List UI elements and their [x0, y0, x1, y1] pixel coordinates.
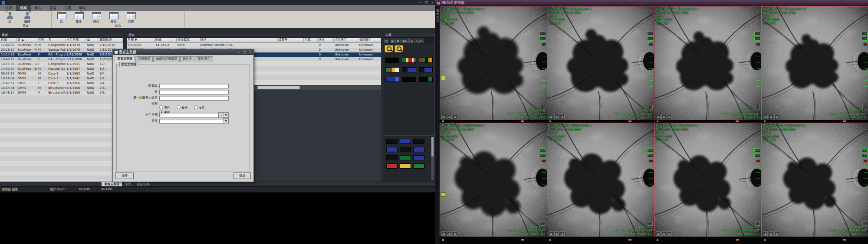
layout-thumbnail-small[interactable] — [400, 147, 411, 152]
thumb-tool-icon[interactable]: ▦ — [554, 115, 559, 119]
menu-tab-3[interactable]: 导入 — [31, 5, 46, 11]
exam-table-header[interactable]: 日期 ▼时间检查模式描述重要号引息状态点片医生关时医生 — [127, 38, 381, 43]
layout-thumbnail[interactable] — [419, 77, 433, 82]
last-name-field[interactable] — [159, 90, 229, 94]
ribbon-button-person-edit[interactable]: ✎编辑 — [19, 12, 35, 24]
column-header-4[interactable]: 名 — [47, 38, 66, 42]
thumb-tool-icon[interactable]: ▦ — [447, 115, 452, 119]
column-header-3[interactable]: 性别 — [37, 38, 47, 42]
layout-thumbnail[interactable] — [419, 67, 433, 72]
column-header-6[interactable]: ID — [86, 38, 99, 42]
column-header-2[interactable]: 姓 ▲ — [16, 38, 37, 42]
note-icon[interactable] — [862, 105, 867, 109]
category-dropdown[interactable]: ▼ — [223, 118, 229, 124]
dialog-tab-3[interactable]: 病保的详细情况 — [153, 56, 180, 62]
viewer-image-cell-2[interactable]: BluePeak GA - Progression 1Birth Date: 2… — [547, 6, 654, 121]
acquisition-mode-button-1[interactable] — [385, 45, 393, 52]
ribbon-button-table-history[interactable]: ◔历史 — [123, 12, 139, 24]
thumb-tool-icon[interactable]: ▦ — [667, 115, 672, 119]
layout-thumbnail-small[interactable] — [400, 139, 411, 144]
layout-tab-6[interactable]: Light — [415, 39, 424, 43]
thumb-tool-icon[interactable]: ▦ — [453, 231, 457, 236]
thumb-tool-icon[interactable]: ▦ — [441, 115, 446, 119]
menu-tab-1[interactable]: 过滤 — [1, 5, 16, 11]
minimize-button[interactable]: — — [419, 0, 422, 5]
patient-row[interactable]: 14:14:53BluePeakFGA - Progressi...2/25/2… — [0, 52, 123, 57]
dialog-maximize-button[interactable]: □ — [243, 50, 247, 55]
patient-row[interactable]: 16:15:35BluePeak - SD-...FGeographic Atr… — [0, 62, 123, 67]
column-header-7[interactable]: 最新检查 — [99, 38, 123, 42]
ribbon-button-table-continue[interactable]: ＋继续 — [88, 12, 104, 24]
thumb-tool-icon[interactable]: ▦ — [656, 115, 661, 119]
thumb-tool-icon[interactable]: ▦ — [769, 231, 773, 236]
cancel-button[interactable]: 取消 — [233, 172, 251, 179]
thumb-tool-icon[interactable]: ▦ — [763, 231, 768, 236]
column-header-9[interactable]: 关时医生 — [358, 38, 381, 42]
layout-tab-3[interactable]: 看 — [395, 39, 401, 43]
ribbon-button-table-new[interactable]: ★新 — [53, 12, 69, 24]
viewer-image-cell-1[interactable]: BluePeak GA - Progression 1Birth Date: 2… — [440, 6, 547, 121]
thumb-tool-icon[interactable]: ▦ — [661, 231, 666, 236]
patient-row[interactable]: 11:00:03BluePeak - cSL...MGeographic Atr… — [0, 43, 123, 48]
exam-row[interactable]: 9/3/200914:14:53OPOTExternal Patient: HR… — [127, 43, 381, 48]
column-header-6[interactable]: 引息 — [304, 38, 318, 42]
viewer-image-cell-7[interactable]: BluePeak GA - Progression 1Birth Date: 2… — [654, 123, 762, 237]
column-header-7[interactable]: 状态 — [318, 38, 334, 42]
dialog-minimize-button[interactable]: — — [237, 50, 240, 55]
note-icon[interactable] — [755, 221, 760, 226]
column-header-1[interactable]: 日期 ▼ — [127, 38, 155, 42]
thumb-tool-icon[interactable]: ▦ — [447, 231, 452, 236]
note-icon[interactable] — [648, 221, 653, 226]
layout-thumbnail-small[interactable] — [413, 147, 424, 152]
patient-row[interactable]: 09:53:33GMPEMCase 11/1/1962NoID6/4... — [0, 72, 123, 76]
thumb-tool-icon[interactable]: ▦ — [441, 231, 446, 236]
note-icon[interactable] — [755, 105, 760, 109]
patient-row[interactable]: 10:26:04GMPEMCase 21/1/1941NoID7/2... — [0, 76, 123, 81]
thumb-tool-icon[interactable]: ▦ — [769, 115, 773, 119]
viewer-image-cell-5[interactable]: BluePeak GA - Progression 1Birth Date: 2… — [440, 123, 547, 237]
maximize-button[interactable]: □ — [425, 0, 428, 5]
layout-thumbnail-small[interactable] — [386, 147, 398, 152]
birth-date-dropdown[interactable]: ▼ — [223, 112, 229, 118]
layout-thumbnail-small[interactable] — [400, 155, 411, 160]
dialog-tab-5[interactable]: 保险/医生 — [195, 56, 213, 62]
thumb-tool-icon[interactable]: ▦ — [560, 115, 565, 119]
thumb-tool-icon[interactable]: ▦ — [549, 231, 553, 236]
viewer-image-cell-8[interactable]: BluePeak GA - Progression 1Birth Date: 2… — [761, 123, 868, 237]
scrollbar-thumb[interactable] — [257, 86, 300, 89]
viewer-image-cell-4[interactable]: BluePeak GA - Progression 1Birth Date: 2… — [761, 6, 868, 121]
patient-row[interactable]: 14:32:54BluePeak - SD-...MMacular Dystro… — [0, 67, 123, 72]
note-icon[interactable] — [862, 221, 867, 226]
layout-scrollbar[interactable] — [431, 137, 434, 180]
save-button[interactable]: 保存 — [115, 172, 134, 179]
ribbon-button-table-start[interactable]: 开始 — [105, 12, 122, 24]
layout-thumbnail-small[interactable] — [413, 139, 424, 144]
layout-thumbnail-small[interactable] — [413, 163, 424, 169]
patient-row[interactable]: 23:16:17BluePeak - FAF...MVarious Pathol… — [0, 48, 123, 52]
layout-thumbnail-small[interactable] — [400, 163, 411, 169]
acquisition-mode-button-2[interactable] — [395, 45, 403, 52]
dialog-tab-4[interactable]: 既往史 — [180, 56, 194, 62]
layout-tab-2[interactable]: 图 — [390, 39, 395, 43]
layout-tab-5[interactable]: 值 — [409, 39, 414, 43]
ribbon-button-table-edit[interactable]: ✎指令 — [71, 12, 87, 24]
dialog-tab-1[interactable]: 患者主数据 — [115, 56, 135, 62]
thumb-tool-icon[interactable]: ▦ — [774, 115, 779, 119]
viewer-image-cell-6[interactable]: BluePeak GA - Progression 1Birth Date: 2… — [547, 123, 654, 237]
thumb-tool-icon[interactable]: ▦ — [560, 231, 565, 236]
category-field[interactable] — [159, 119, 224, 124]
column-header-5[interactable]: 出生日期 — [66, 38, 86, 42]
layout-thumbnail[interactable] — [385, 77, 399, 82]
column-header-1[interactable]: 时间 — [0, 38, 16, 42]
column-header-2[interactable]: 时间 — [155, 38, 177, 42]
thumb-tool-icon[interactable]: ▦ — [549, 115, 553, 119]
dialog-tab-2[interactable]: 详细情况 — [135, 56, 153, 62]
note-icon[interactable] — [541, 105, 546, 109]
dialog-close-button[interactable]: × — [249, 50, 252, 55]
layout-thumbnail[interactable] — [402, 67, 416, 72]
column-header-8[interactable]: 点片医生 — [334, 38, 358, 42]
thumb-tool-icon[interactable]: ▦ — [763, 115, 768, 119]
column-header-3[interactable]: 检查模式 — [177, 38, 200, 42]
patient-row[interactable]: 12:47:51GMPEFCase 31/1/1956NoID6/4... — [0, 81, 123, 86]
viewer-image-cell-3[interactable]: BluePeak GA - Progression 1Birth Date: 2… — [654, 6, 762, 121]
